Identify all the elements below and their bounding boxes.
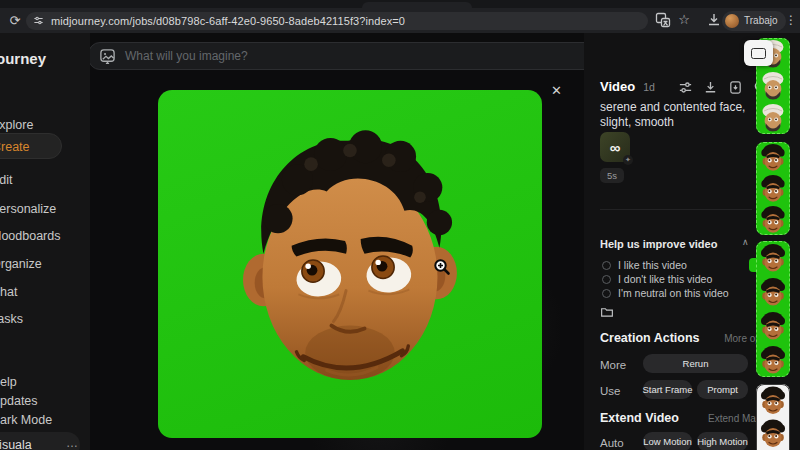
job-age: 1d — [643, 81, 655, 93]
zoom-cursor-icon — [433, 258, 451, 276]
panel-divider — [600, 209, 752, 210]
collapse-chevron-icon[interactable]: ∧ — [742, 237, 749, 247]
reload-icon[interactable]: ⟳ — [8, 14, 22, 28]
downloads-icon[interactable] — [706, 12, 722, 28]
sidebar-item[interactable]: Edit — [0, 173, 13, 187]
download-icon[interactable] — [703, 80, 718, 95]
sidebar-item[interactable]: Create — [0, 140, 30, 154]
cartoon-character-head — [181, 100, 519, 431]
sidebar-item[interactable]: Organize — [0, 257, 42, 271]
midjourney-app: What will you imagine? P ▾ Midjourney Ex… — [0, 33, 800, 450]
sidebar-item[interactable]: Tasks — [0, 312, 23, 326]
job-thumbnail[interactable] — [756, 343, 790, 377]
browser-menu-icon[interactable]: ⋮ — [785, 13, 797, 27]
app-logo[interactable]: Midjourney — [0, 50, 46, 67]
use-row-label: Use — [600, 385, 620, 397]
panel-title: Video — [600, 79, 635, 94]
feedback-option[interactable]: I like this video — [602, 259, 687, 271]
bookmark-star-icon[interactable]: ☆ — [676, 12, 692, 28]
auto-row-label: Auto — [600, 437, 624, 449]
extend-video-title: Extend Video — [600, 411, 679, 425]
thumbnail-group-upscales — [756, 384, 790, 450]
feedback-section-title: Help us improve video — [600, 238, 717, 250]
user-menu-icon[interactable]: … — [66, 436, 78, 450]
prompt-text[interactable]: serene and contented face, slight, smoot… — [600, 100, 752, 130]
thumb-badge-icon: ✦ — [623, 155, 633, 165]
sidebar-item[interactable]: Moodboards — [0, 229, 61, 243]
sidebar-item[interactable]: Personalize — [0, 202, 56, 216]
sidebar-footer-item[interactable]: Updates — [0, 394, 38, 408]
job-thumbnail[interactable] — [756, 384, 790, 417]
profile-avatar — [725, 14, 739, 28]
job-thumbnail[interactable] — [756, 417, 790, 450]
more-row-label: More — [600, 359, 626, 371]
feedback-option[interactable]: I don't like this video — [602, 273, 712, 285]
rerun-button[interactable]: Rerun — [643, 354, 748, 373]
radio-icon[interactable] — [602, 275, 611, 284]
job-thumbnail[interactable] — [756, 204, 790, 235]
job-thumbnail[interactable] — [756, 142, 790, 173]
radio-icon[interactable] — [602, 289, 611, 298]
frame-icon — [751, 48, 766, 59]
job-thumbnail[interactable] — [756, 241, 790, 275]
sidebar-footer-item[interactable]: Dark Mode — [0, 413, 52, 427]
thumbnail-tooltip[interactable] — [744, 40, 773, 66]
job-thumbnail-strip — [756, 33, 790, 450]
video-loop-thumbnail[interactable]: ∞ ✦ — [600, 132, 630, 162]
thumbnail-group-current — [756, 241, 790, 377]
sidebar: Midjourney Explore Create Edit Personali… — [0, 33, 90, 450]
site-settings-icon[interactable] — [32, 14, 45, 27]
job-thumbnail[interactable] — [756, 309, 790, 343]
high-motion-button[interactable]: High Motion — [697, 432, 748, 450]
sidebar-footer-item[interactable]: Help — [0, 375, 17, 389]
screenshot-root: ⟳ midjourney.com/jobs/d08b798c-6aff-42e0… — [0, 0, 800, 450]
add-image-icon[interactable] — [99, 48, 116, 65]
profile-name: Trabajo — [744, 15, 778, 26]
thumbnail-group — [756, 142, 790, 235]
imagine-placeholder: What will you imagine? — [125, 49, 248, 63]
browser-profile-button[interactable]: Trabajo — [722, 11, 786, 31]
close-icon[interactable]: ✕ — [551, 84, 562, 97]
job-thumbnail[interactable] — [756, 70, 790, 102]
loop-icon: ∞ — [610, 139, 621, 156]
job-thumbnail[interactable] — [756, 102, 790, 134]
url-text: midjourney.com/jobs/d08b798c-6aff-42e0-9… — [51, 15, 405, 27]
feedback-option[interactable]: I'm neutral on this video — [602, 287, 729, 299]
sidebar-user-name: Visuala — [0, 438, 32, 450]
duration-badge: 5s — [600, 168, 624, 183]
start-frame-button[interactable]: Start Frame — [643, 380, 692, 399]
browser-toolbar: ⟳ midjourney.com/jobs/d08b798c-6aff-42e0… — [0, 8, 800, 33]
job-image-greenscreen[interactable] — [158, 90, 542, 438]
translate-icon[interactable] — [655, 12, 671, 28]
address-bar[interactable]: midjourney.com/jobs/d08b798c-6aff-42e0-9… — [26, 12, 648, 30]
sidebar-item[interactable]: Explore — [0, 118, 33, 132]
job-thumbnail[interactable] — [756, 173, 790, 204]
creation-actions-title: Creation Actions — [600, 331, 700, 345]
organize-folder-icon[interactable] — [600, 305, 614, 319]
prompt-button[interactable]: Prompt — [697, 380, 748, 399]
radio-icon[interactable] — [602, 261, 611, 270]
low-motion-button[interactable]: Low Motion — [643, 432, 692, 450]
adjust-icon[interactable] — [678, 80, 693, 95]
sidebar-item[interactable]: Chat — [0, 285, 17, 299]
sidebar-user-button[interactable]: Visuala … — [0, 432, 80, 450]
job-thumbnail[interactable] — [756, 275, 790, 309]
imagine-input[interactable]: What will you imagine? — [88, 42, 640, 70]
save-image-icon[interactable] — [728, 80, 743, 95]
browser-tab-strip — [0, 0, 800, 8]
